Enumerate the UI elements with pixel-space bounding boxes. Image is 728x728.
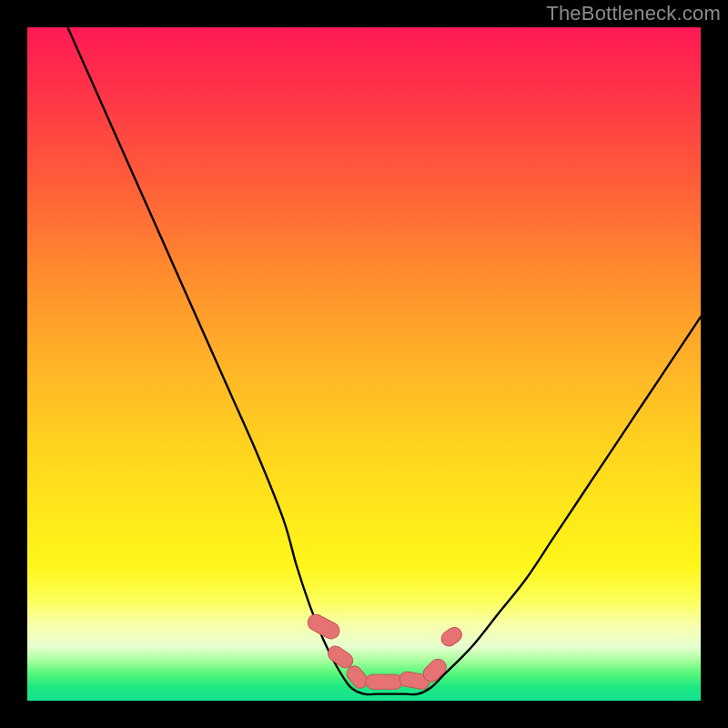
watermark-text: TheBottleneck.com bbox=[546, 2, 721, 25]
pill-marker bbox=[439, 624, 465, 649]
plot-area bbox=[27, 27, 701, 701]
pill-marker bbox=[305, 612, 342, 642]
curve-group bbox=[67, 27, 701, 694]
bottleneck-curve bbox=[67, 27, 701, 694]
chart-svg bbox=[27, 27, 701, 701]
outer-frame: TheBottleneck.com bbox=[0, 0, 728, 728]
pill-marker bbox=[366, 674, 403, 689]
